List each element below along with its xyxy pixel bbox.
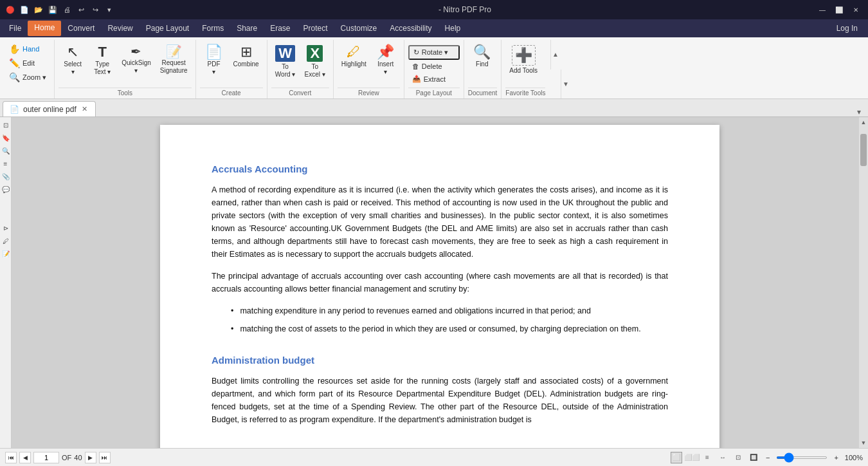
view-actual-btn[interactable]: 🔲 [748,452,759,463]
title-bar-left: 🔴 📄 📂 💾 🖨 ↩ ↪ ▾ [5,5,114,15]
section1-para2: The principal advantage of accruals acco… [212,270,668,295]
menu-share[interactable]: Share [230,21,264,35]
menu-home[interactable]: Home [28,21,61,36]
menu-accessibility[interactable]: Accessibility [383,21,438,35]
scroll-up-btn[interactable]: ▲ [859,117,868,127]
nav-first-btn[interactable]: ⏮ [5,452,17,463]
menu-help[interactable]: Help [439,21,467,35]
zoom-plus-btn[interactable]: + [831,454,840,461]
sidebar-attachment-icon[interactable]: 📎 [1,171,11,182]
sidebar-comment-icon[interactable]: 💬 [1,184,11,194]
scroll-thumb[interactable] [860,134,867,166]
create-label: Create [200,88,263,98]
insert-icon: 📌 [377,45,394,59]
page-input[interactable] [33,452,59,463]
sidebar-search-icon[interactable]: 🔍 [1,145,11,156]
insert-label: Insert▾ [377,61,393,76]
tab-label: outer online pdf [23,105,77,114]
ribbon-group-page-layout: ↻ Rotate ▾ 🗑 Delete 📤 Extract Page Layou… [406,40,464,98]
request-signature-btn[interactable]: 📝 RequestSignature [156,42,192,77]
save-icon[interactable]: 💾 [48,5,58,15]
favorite-items: ➕ Add Tools [505,40,545,86]
add-tools-btn[interactable]: ➕ Add Tools [505,42,541,77]
view-double-btn[interactable]: ⬜⬜ [686,452,698,463]
menu-protect[interactable]: Protect [297,21,334,35]
new-icon[interactable]: 📄 [19,5,30,15]
menu-customize[interactable]: Customize [334,21,384,35]
menu-erase[interactable]: Erase [264,21,296,35]
menu-review[interactable]: Review [101,21,139,35]
type-text-btn[interactable]: T TypeText ▾ [88,42,116,79]
scroll-down-btn[interactable]: ▼ [859,438,868,448]
view-scroll-btn[interactable]: ≡ [701,452,713,463]
pdf-btn[interactable]: 📄 PDF▾ [200,42,228,79]
favorite-tools-label: Favorite Tools [505,88,545,98]
page-layout-items: ↻ Rotate ▾ 🗑 Delete 📤 Extract [408,40,460,86]
edit-tool-btn[interactable]: ✏️ Edit [5,57,50,70]
request-sig-label: RequestSignature [160,59,188,75]
close-btn[interactable]: ✕ [849,5,863,15]
sidebar-thumbnail-icon[interactable]: ⊡ [1,120,11,130]
maximize-btn[interactable]: ⬜ [832,5,846,15]
nav-next-btn[interactable]: ▶ [85,452,96,463]
hand-tool-btn[interactable]: ✋ Hand [5,42,50,55]
type-text-icon: T [98,45,106,59]
sidebar-layers-icon[interactable]: ≡ [1,158,11,169]
minimize-btn[interactable]: — [815,5,829,15]
rotate-group: ↻ Rotate ▾ 🗑 Delete 📤 Extract [408,42,460,85]
select-icon: ↖ [67,45,78,59]
bullet2: matching the cost of assets to the perio… [212,322,668,335]
sidebar-extra2-icon[interactable]: 🖊 [1,236,11,246]
combine-btn[interactable]: ⊞ Combine [230,42,263,71]
rotate-btn[interactable]: ↻ Rotate ▾ [408,45,460,60]
sidebar-extra1-icon[interactable]: ⊳ [1,223,11,233]
tab-scroll-right[interactable]: ▾ [853,107,865,116]
undo-icon[interactable]: ↩ [76,5,86,15]
print-icon[interactable]: 🖨 [62,5,72,15]
hand-label: Hand [23,45,39,53]
view-fitwidth-btn[interactable]: ↔ [717,452,728,463]
zoom-tool-btn[interactable]: 🔍 Zoom ▾ [5,71,50,84]
zoom-slider[interactable] [776,456,827,459]
to-word-btn[interactable]: W ToWord ▾ [271,42,300,81]
highlight-btn[interactable]: 🖊 Highlight [338,42,370,71]
sidebar-bookmark-icon[interactable]: 🔖 [1,133,11,143]
vertical-scrollbar[interactable]: ▲ ▼ [859,117,868,448]
quicksign-btn[interactable]: ✒ QuickSign▾ [118,42,155,77]
extract-btn[interactable]: 📤 Extract [408,73,460,85]
view-fitpage-btn[interactable]: ⊡ [732,452,744,463]
login-btn[interactable]: Log In [829,21,865,35]
view-single-btn[interactable]: ⬜ [671,452,682,463]
ribbon-scroll-down[interactable]: ▼ [561,70,570,99]
hand-icon: ✋ [9,44,20,54]
find-icon: 🔍 [473,45,491,59]
to-excel-btn[interactable]: X ToExcel ▾ [301,42,329,81]
delete-btn[interactable]: 🗑 Delete [408,61,460,72]
tab-close-btn[interactable]: ✕ [80,105,89,113]
ribbon-group-convert: W ToWord ▾ X ToExcel ▾ Convert [269,40,334,98]
document-label: Document [468,88,498,98]
quicksign-label: QuickSign▾ [122,59,151,75]
sidebar-extra3-icon[interactable]: 📝 [1,248,11,259]
open-icon[interactable]: 📂 [33,5,44,15]
ribbon-group-document: 🔍 Find Document [466,40,502,98]
extract-icon: 📤 [412,75,421,83]
insert-btn[interactable]: 📌 Insert▾ [372,42,400,79]
nav-prev-btn[interactable]: ◀ [19,452,31,463]
select-btn[interactable]: ↖ Select▾ [59,42,87,79]
ribbon-scroll-up[interactable]: ▲ [550,40,559,70]
menu-file[interactable]: File [3,21,28,35]
zoom-minus-btn[interactable]: − [763,454,772,461]
menu-forms[interactable]: Forms [195,21,230,35]
to-excel-label: ToExcel ▾ [305,63,325,79]
customize-icon[interactable]: ▾ [104,5,114,15]
nav-last-btn[interactable]: ⏭ [99,452,111,463]
menu-page-layout[interactable]: Page Layout [140,21,195,35]
type-text-label: TypeText ▾ [94,61,111,76]
redo-icon[interactable]: ↪ [90,5,100,15]
pdf-icon: 📄 [205,45,222,59]
find-btn[interactable]: 🔍 Find [468,42,496,71]
extract-label: Extract [424,75,446,83]
tab-outer-online-pdf[interactable]: 📄 outer online pdf ✕ [3,101,96,116]
menu-convert[interactable]: Convert [61,21,101,35]
